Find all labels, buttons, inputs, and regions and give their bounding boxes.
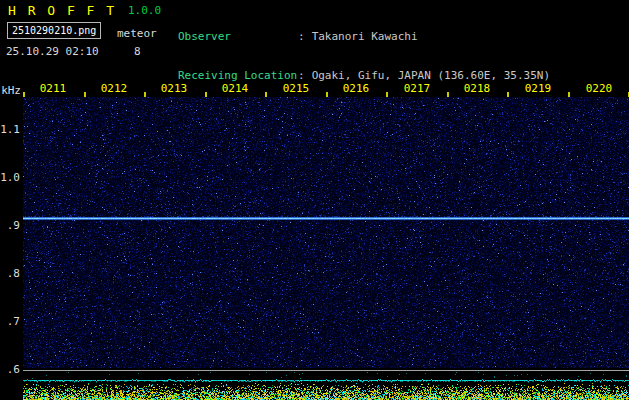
info-row-observer: Observer:Takanori Kawachi — [178, 30, 550, 43]
freq-axis-unit: kHz — [0, 85, 21, 96]
info-label: Observer — [178, 30, 298, 43]
info-label: Receiving Location — [178, 69, 298, 82]
freq-tick-label: .9 — [0, 220, 20, 231]
info-value: Ogaki, Gifu, JAPAN (136.60E, 35.35N) — [312, 69, 550, 82]
meteor-count: 8 — [134, 45, 141, 58]
app-title: H R O F F T — [8, 3, 116, 18]
meteor-label: meteor — [117, 27, 157, 40]
info-row-location: Receiving Location:Ogaki, Gifu, JAPAN (1… — [178, 69, 550, 82]
filename-box: 2510290210.png — [7, 22, 101, 39]
spectrogram-canvas — [23, 97, 629, 368]
timestamp: 25.10.29 02:10 — [6, 45, 99, 58]
filename-text: 2510290210.png — [12, 25, 96, 36]
freq-tick-label: .6 — [0, 364, 20, 375]
level-strip-canvas — [23, 370, 629, 400]
hrofft-window: H R O F F T 1.0.0 2510290210.png meteor … — [0, 0, 629, 400]
info-value: Takanori Kawachi — [312, 30, 418, 43]
info-colon: : — [298, 30, 305, 43]
freq-tick-label: .8 — [0, 268, 20, 279]
app-version: 1.0.0 — [128, 4, 161, 17]
info-colon: : — [298, 69, 305, 82]
freq-tick-label: .7 — [0, 316, 20, 327]
freq-tick-label: 1.1 — [0, 124, 20, 135]
freq-tick-label: 1.0 — [0, 172, 20, 183]
